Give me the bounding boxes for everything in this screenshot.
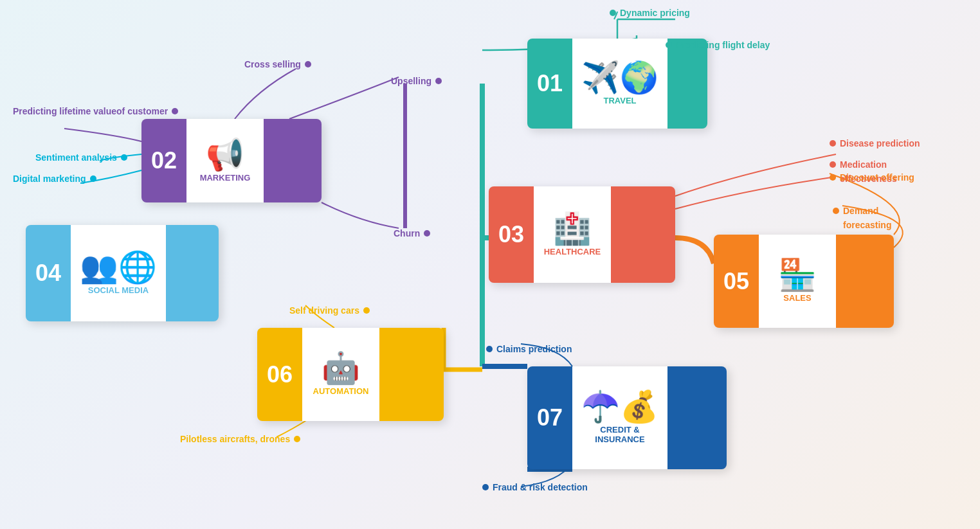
card-03-number: 03: [489, 215, 534, 255]
card-05-icon-area: 🏪 SALES: [759, 235, 836, 328]
label-dynamic-pricing: Dynamic pricing: [610, 8, 690, 18]
card-01-number: 01: [527, 64, 572, 103]
dot-churn: [424, 230, 430, 237]
label-disease-prediction: Disease prediction: [830, 138, 920, 148]
label-pilotless: Pilotless aircrafts, drones: [180, 434, 300, 444]
dot-discount: [830, 174, 836, 181]
card-04-number: 04: [26, 253, 71, 293]
card-07-icon-area: ☂️💰 CREDIT & INSURANCE: [572, 366, 667, 469]
label-lifetime-value: Predicting lifetime valueof customer: [13, 106, 178, 116]
dot-upselling: [435, 78, 442, 84]
card-02-icon-area: 📢 MARKETING: [186, 119, 264, 202]
dot-lifetime-value: [172, 108, 178, 114]
card-healthcare: 03 🏥 HEALTHCARE: [489, 186, 675, 283]
dot-dynamic-pricing: [610, 10, 616, 16]
dot-sentiment: [121, 154, 127, 161]
card-06-number: 06: [257, 355, 302, 395]
card-automation: 06 🤖 AUTOMATION: [257, 328, 444, 421]
label-churn: Churn: [394, 228, 430, 238]
social-media-icon: 👥🌐: [80, 252, 157, 283]
travel-icon: ✈️🌍: [581, 62, 658, 93]
card-03-label: HEALTHCARE: [544, 247, 601, 256]
card-06-label: AUTOMATION: [313, 386, 369, 396]
card-06-icon-area: 🤖 AUTOMATION: [302, 328, 379, 421]
card-social-media: 04 👥🌐 SOCIAL MEDIA: [26, 225, 219, 321]
card-01-icon-area: ✈️🌍 TRAVEL: [572, 39, 667, 129]
card-marketing: 02 📢 MARKETING: [141, 119, 322, 202]
card-travel: 01 ✈️🌍 TRAVEL: [527, 39, 707, 129]
dot-demand: [833, 208, 839, 214]
card-07-number: 07: [527, 398, 572, 438]
dot-medication: [830, 161, 836, 168]
dot-digital-marketing: [90, 175, 96, 182]
healthcare-icon: 🏥: [553, 213, 592, 244]
sales-icon: 🏪: [778, 260, 817, 291]
card-04-icon-area: 👥🌐 SOCIAL MEDIA: [71, 225, 166, 321]
card-sales: 05 🏪 SALES: [714, 235, 894, 328]
dot-claims: [486, 346, 493, 352]
card-07-label: CREDIT & INSURANCE: [595, 425, 644, 444]
label-demand: Demand forecasting: [833, 206, 891, 230]
label-claims: Claims prediction: [486, 344, 572, 354]
card-02-label: MARKETING: [200, 173, 251, 183]
dot-fraud: [482, 484, 489, 490]
dot-cross-selling: [305, 61, 311, 67]
label-digital-marketing: Digital marketing: [13, 174, 96, 184]
automation-icon: 🤖: [322, 353, 360, 384]
card-credit-insurance: 07 ☂️💰 CREDIT & INSURANCE: [527, 366, 727, 469]
label-sentiment: Sentiment analysis: [35, 152, 127, 163]
label-cross-selling: Cross selling: [244, 59, 311, 69]
marketing-icon: 📢: [206, 139, 244, 170]
dot-disease-prediction: [830, 140, 836, 147]
card-05-number: 05: [714, 262, 759, 301]
card-02-number: 02: [141, 141, 186, 181]
infographic-container: 01 ✈️🌍 TRAVEL 02 📢 MARKETING 03 🏥 HEALTH…: [0, 0, 980, 529]
label-fraud: Fraud & risk detection: [482, 482, 588, 492]
card-03-icon-area: 🏥 HEALTHCARE: [534, 186, 611, 283]
label-self-driving: Self driving cars: [289, 305, 370, 316]
card-04-label: SOCIAL MEDIA: [88, 285, 149, 295]
dot-pilotless: [294, 436, 300, 442]
credit-icon: ☂️💰: [581, 391, 658, 422]
label-discount: Discount offering: [830, 172, 914, 183]
label-predicting-flight: Predicting flight delay: [666, 40, 770, 50]
dot-self-driving: [363, 307, 370, 314]
dot-predicting-flight: [666, 42, 672, 48]
card-01-label: TRAVEL: [603, 96, 636, 105]
card-05-label: SALES: [783, 293, 811, 303]
label-upselling: Upselling: [391, 76, 442, 86]
